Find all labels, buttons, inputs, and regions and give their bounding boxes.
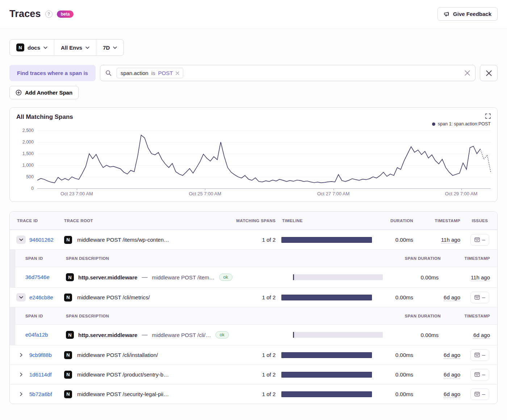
span-timeline-bar[interactable] [293, 274, 383, 280]
x-axis-tick-label: Oct 27 7:00 AM [317, 191, 350, 196]
col-timestamp: Timestamp [415, 219, 462, 223]
project-filter-label: docs [28, 45, 40, 51]
trace-table: Trace ID Trace Root Matching Spans Timel… [9, 211, 498, 404]
search-filter-token[interactable]: span.action is POST [117, 68, 183, 78]
expand-trace-icon[interactable] [16, 353, 26, 357]
span-search-row: Find traces where a span is span.action … [9, 65, 498, 81]
collapse-trace-icon[interactable] [16, 236, 26, 244]
span-op-label: http.server.middleware [78, 274, 137, 280]
issues-button[interactable]: – [470, 388, 489, 400]
trace-timeline-bar[interactable] [281, 372, 372, 378]
matching-spans-count: 1 of 2 [234, 237, 278, 243]
span-row: 36d7546e N http.server.middleware — midd… [15, 267, 497, 287]
trace-id-link[interactable]: 94601262 [29, 237, 54, 243]
trace-timestamp[interactable]: 6d ago [444, 352, 460, 359]
col-span-description: Span Description [66, 256, 289, 261]
trace-id-link[interactable]: 9cb9f88b [29, 352, 52, 358]
trace-timeline-bar[interactable] [281, 237, 372, 243]
issues-count-dash: – [482, 371, 485, 378]
trace-root-label: middleware POST /cli/installation/ [77, 352, 158, 358]
span-timestamp[interactable]: 11h ago [471, 274, 490, 281]
help-icon[interactable]: ? [45, 11, 53, 18]
expand-trace-icon[interactable] [16, 392, 26, 396]
trace-timestamp[interactable]: 6d ago [444, 294, 460, 301]
span-status-badge: ok [219, 274, 232, 281]
project-filter[interactable]: N docs [10, 39, 54, 55]
trace-table-header: Trace ID Trace Root Matching Spans Timel… [10, 212, 497, 230]
span-timestamp[interactable]: 6d ago [473, 332, 490, 339]
col-timeline: Timeline [278, 219, 376, 223]
col-span-duration: Span Duration [386, 256, 441, 261]
x-axis-tick-label: Oct 29 7:00 AM [445, 191, 478, 196]
issues-count-dash: – [482, 237, 485, 243]
col-span-timestamp: Timestamp [441, 314, 492, 318]
y-axis-tick-label: 1,500 [22, 151, 34, 156]
trace-root-label: middleware POST /product/sentry-b… [77, 371, 169, 378]
trace-duration: 0.00ms [376, 391, 415, 397]
clear-search-icon[interactable] [465, 70, 470, 76]
span-timeline-bar[interactable] [293, 332, 383, 338]
span-status-badge: ok [215, 331, 229, 338]
megaphone-icon [444, 11, 450, 17]
trace-id-link[interactable]: 5b72a6bf [29, 391, 52, 397]
trace-row: 5b72a6bf N middleware POST /security-leg… [10, 384, 497, 404]
issues-icon [474, 372, 480, 377]
trace-timestamp[interactable]: 6d ago [444, 391, 460, 398]
trace-root-label: middleware POST /security-legal-pii… [77, 391, 169, 397]
beta-badge: beta [57, 11, 74, 18]
environment-filter-label: All Envs [61, 45, 82, 51]
remove-token-icon[interactable] [176, 71, 179, 75]
span-op-label: http.server.middleware [78, 332, 137, 338]
nextjs-icon: N [64, 390, 72, 398]
span-duration: 0.00ms [386, 274, 441, 280]
chevron-down-icon [85, 46, 89, 49]
legend-series-label: span 1: span.action:POST [438, 121, 491, 126]
trace-timestamp[interactable]: 6d ago [444, 371, 460, 378]
trace-row: 94601262 N middleware POST /items/wp-con… [10, 230, 497, 249]
trace-timeline-bar[interactable] [281, 295, 372, 300]
token-value: POST [158, 70, 173, 76]
issues-icon [474, 295, 480, 300]
environment-filter[interactable]: All Envs [54, 39, 96, 55]
issues-button[interactable]: – [470, 292, 489, 303]
col-duration: Duration [376, 219, 415, 223]
find-traces-chip: Find traces where a span is [9, 65, 96, 81]
y-axis-tick-label: 0 [31, 186, 34, 191]
issues-button[interactable]: – [470, 369, 489, 381]
x-axis-tick-label: Oct 23 7:00 AM [60, 191, 93, 196]
span-search-input[interactable]: span.action is POST [100, 65, 475, 81]
col-span-timestamp: Timestamp [441, 256, 492, 261]
give-feedback-button[interactable]: Give Feedback [437, 7, 498, 21]
collapse-trace-icon[interactable] [16, 293, 26, 302]
nextjs-icon: N [64, 294, 72, 302]
chart-plot[interactable]: 05001,0001,5002,0002,500 [37, 129, 491, 188]
span-id-link[interactable]: e04fa12b [25, 332, 48, 338]
chart-legend[interactable]: span 1: span.action:POST [16, 121, 491, 127]
trace-timestamp[interactable]: 11h ago [441, 237, 460, 244]
issues-count-dash: – [482, 294, 485, 301]
trace-id-link[interactable]: e246cb8e [29, 294, 53, 300]
date-range-filter[interactable]: 7D [96, 39, 123, 55]
col-span-id: Span ID [15, 256, 66, 261]
issues-icon [474, 353, 480, 357]
y-axis-tick-label: 500 [26, 174, 34, 179]
expand-chart-icon[interactable] [485, 113, 491, 120]
trace-timeline-bar[interactable] [281, 352, 372, 358]
chart-title: All Matching Spans [16, 113, 73, 121]
trace-id-link[interactable]: 1d6114df [29, 371, 51, 378]
span-id-link[interactable]: 36d7546e [25, 274, 50, 280]
add-another-span-button[interactable]: Add Another Span [9, 86, 79, 99]
remove-span-query-button[interactable] [480, 65, 498, 81]
search-icon [105, 70, 112, 76]
separator: — [142, 274, 147, 280]
y-axis-tick-label: 2,000 [22, 140, 34, 145]
plus-circle-icon [16, 90, 22, 96]
expand-trace-icon[interactable] [16, 373, 26, 377]
trace-timeline-bar[interactable] [281, 391, 372, 397]
span-duration: 0.00ms [386, 332, 441, 338]
y-axis-tick-label: 2,500 [22, 128, 34, 133]
issues-button[interactable]: – [470, 349, 489, 361]
issues-button[interactable]: – [470, 234, 489, 246]
trace-duration: 0.00ms [376, 237, 415, 243]
nextjs-icon: N [66, 331, 74, 339]
